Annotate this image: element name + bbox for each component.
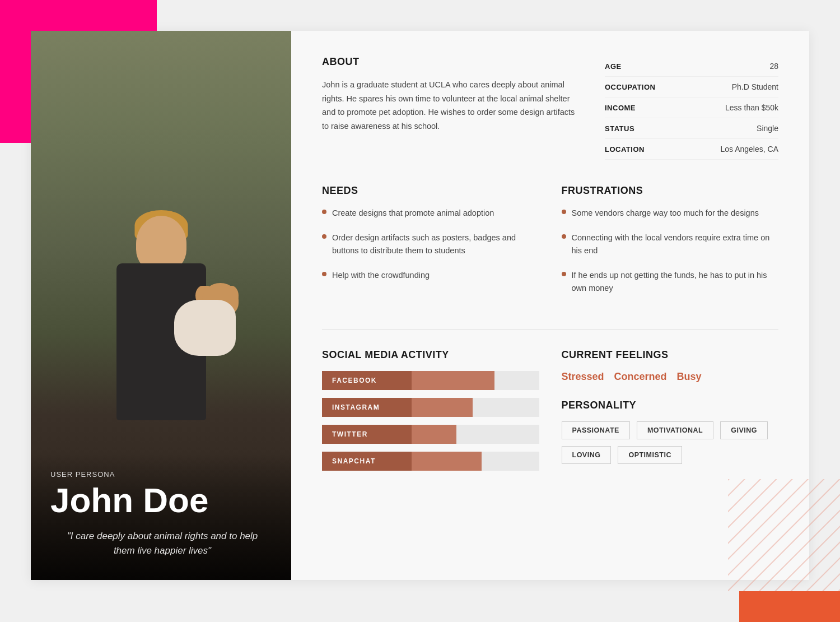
left-overlay: USER PERSONA John Doe "I care deeply abo…	[31, 453, 291, 580]
social-bar-facebook: FACEBOOK	[322, 371, 539, 390]
twitter-label: TWITTER	[322, 425, 412, 444]
list-item: Order design artifacts such as posters, …	[322, 231, 539, 257]
pink-accent-left	[0, 31, 31, 143]
social-bar-instagram: INSTAGRAM	[322, 398, 539, 417]
persona-name: John Doe	[50, 483, 274, 518]
frustration-item-3: If he ends up not getting the funds, he …	[572, 269, 779, 294]
frustrations-list: Some vendors charge way too much for the…	[562, 207, 779, 294]
stat-status: STATUS Single	[605, 118, 778, 139]
personality-title: PERSONALITY	[562, 400, 779, 411]
frustrations-title: FRUSTRATIONS	[562, 185, 779, 197]
personality-tag-giving: GIVING	[720, 421, 768, 439]
svg-rect-1	[728, 479, 840, 591]
persona-label: USER PERSONA	[50, 470, 274, 479]
stat-age-label: AGE	[605, 62, 622, 71]
list-item: Some vendors charge way too much for the…	[562, 207, 779, 219]
personality-tag-optimistic: OPTIMISTIC	[618, 446, 682, 464]
instagram-label: INSTAGRAM	[322, 398, 412, 417]
facebook-track	[412, 371, 539, 390]
feeling-stressed: Stressed	[562, 371, 604, 383]
persona-card: USER PERSONA John Doe "I care deeply abo…	[31, 31, 809, 580]
feeling-concerned: Concerned	[614, 371, 667, 383]
personality-tag-loving: LOVING	[562, 446, 612, 464]
needs-column: NEEDS Create designs that promote animal…	[322, 185, 539, 307]
instagram-track	[412, 398, 539, 417]
social-title: SOCIAL MEDIA ACTIVITY	[322, 349, 539, 361]
feeling-busy: Busy	[677, 371, 702, 383]
stat-location-value: Los Angeles, CA	[720, 145, 778, 154]
bullet-dot	[562, 234, 566, 239]
bottom-section: SOCIAL MEDIA ACTIVITY FACEBOOK INSTAGRAM…	[322, 349, 778, 479]
frustrations-column: FRUSTRATIONS Some vendors charge way too…	[562, 185, 779, 307]
bullet-dot	[322, 272, 326, 276]
personality-tags: PASSIONATE MOTIVATIONAL GIVING LOVING OP…	[562, 421, 779, 464]
snapchat-label: SNAPCHAT	[322, 452, 412, 471]
about-stats: AGE 28 OCCUPATION Ph.D Student INCOME Le…	[605, 56, 778, 160]
pink-accent-top	[0, 0, 157, 31]
list-item: Connecting with the local vendors requir…	[562, 231, 779, 257]
about-title: ABOUT	[322, 56, 582, 68]
bullet-dot	[562, 272, 566, 276]
about-section: ABOUT John is a graduate student at UCLA…	[322, 56, 778, 160]
stat-location: LOCATION Los Angeles, CA	[605, 139, 778, 160]
need-item-1: Create designs that promote animal adopt…	[332, 207, 494, 219]
bio-text: John is a graduate student at UCLA who c…	[322, 78, 582, 133]
personality-tag-passionate: PASSIONATE	[562, 421, 630, 439]
need-item-3: Help with the crowdfunding	[332, 269, 430, 281]
list-item: If he ends up not getting the funds, he …	[562, 269, 779, 294]
frustration-item-2: Connecting with the local vendors requir…	[572, 231, 779, 257]
orange-accent	[739, 591, 840, 622]
stripe-pattern	[728, 479, 840, 591]
dog-illustration	[169, 283, 241, 367]
social-bar-snapchat: SNAPCHAT	[322, 452, 539, 471]
list-item: Help with the crowdfunding	[322, 269, 539, 281]
feelings-title: CURRENT FEELINGS	[562, 349, 779, 361]
persona-quote: "I care deeply about animal rights and t…	[50, 529, 274, 558]
facebook-fill	[412, 371, 494, 390]
frustration-item-1: Some vendors charge way too much for the…	[572, 207, 759, 219]
stat-age-value: 28	[769, 62, 778, 71]
about-bio: ABOUT John is a graduate student at UCLA…	[322, 56, 582, 160]
needs-list: Create designs that promote animal adopt…	[322, 207, 539, 282]
stat-income: INCOME Less than $50k	[605, 98, 778, 118]
stat-status-label: STATUS	[605, 124, 634, 133]
stat-age: AGE 28	[605, 56, 778, 77]
snapchat-fill	[412, 452, 482, 471]
section-divider	[322, 329, 778, 329]
list-item: Create designs that promote animal adopt…	[322, 207, 539, 219]
left-panel: USER PERSONA John Doe "I care deeply abo…	[31, 31, 291, 580]
facebook-label: FACEBOOK	[322, 371, 412, 390]
twitter-track	[412, 425, 539, 444]
stat-income-value: Less than $50k	[725, 103, 778, 112]
snapchat-track	[412, 452, 539, 471]
stat-status-value: Single	[757, 124, 778, 133]
bullet-dot	[562, 210, 566, 214]
bullet-dot	[322, 234, 326, 239]
stat-occupation-label: OCCUPATION	[605, 83, 655, 91]
twitter-fill	[412, 425, 456, 444]
need-item-2: Order design artifacts such as posters, …	[332, 231, 539, 257]
stat-location-label: LOCATION	[605, 145, 645, 154]
feelings-column: CURRENT FEELINGS Stressed Concerned Busy…	[562, 349, 779, 479]
stat-occupation: OCCUPATION Ph.D Student	[605, 77, 778, 98]
bullet-dot	[322, 210, 326, 214]
social-bar-twitter: TWITTER	[322, 425, 539, 444]
dog-body	[174, 300, 236, 356]
instagram-fill	[412, 398, 473, 417]
stat-income-label: INCOME	[605, 104, 636, 112]
stat-occupation-value: Ph.D Student	[732, 82, 778, 91]
feelings-tags: Stressed Concerned Busy	[562, 371, 779, 383]
middle-section: NEEDS Create designs that promote animal…	[322, 185, 778, 307]
personality-tag-motivational: MOTIVATIONAL	[637, 421, 713, 439]
needs-title: NEEDS	[322, 185, 539, 197]
social-column: SOCIAL MEDIA ACTIVITY FACEBOOK INSTAGRAM…	[322, 349, 539, 479]
